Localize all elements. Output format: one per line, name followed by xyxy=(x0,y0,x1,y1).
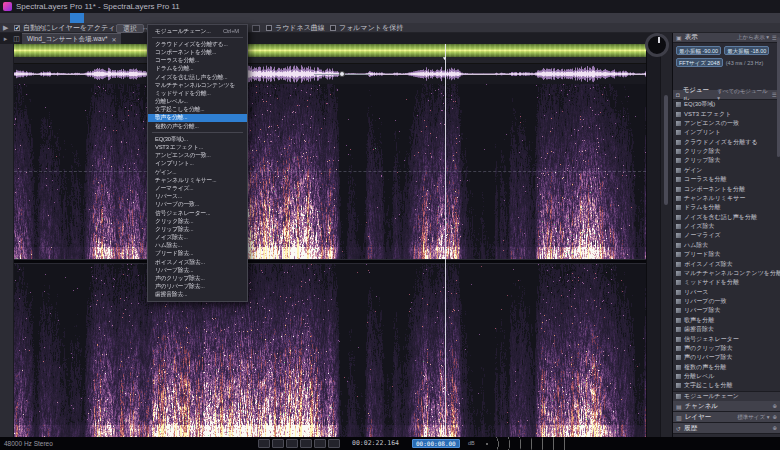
record-button[interactable] xyxy=(328,439,340,448)
module-menu-item[interactable]: アンビエンスの一致... xyxy=(148,152,247,160)
display-panel-header[interactable]: ▣ 表示 上から表示 ▾ ☰ xyxy=(673,33,780,43)
selection-time-field[interactable]: 00:00:08.00 xyxy=(412,439,460,448)
module-menu-item[interactable]: 声のクリップ除去... xyxy=(148,274,247,282)
module-menu-item[interactable]: 信号ジェネレーター... xyxy=(148,209,247,217)
amplify-tool-icon[interactable] xyxy=(1,182,13,194)
module-menu-item[interactable]: インプリント... xyxy=(148,160,247,168)
display-mode-dropdown[interactable]: 上から表示 ▾ xyxy=(737,34,769,41)
module-menu-item[interactable]: ハム除去... xyxy=(148,242,247,250)
play-button[interactable] xyxy=(314,439,326,448)
module-list-item[interactable]: クラウドノイズを分離する xyxy=(673,138,780,147)
select-mode-button[interactable]: 選択 xyxy=(116,24,144,33)
module-menu-item[interactable]: 文字起こしを分離... xyxy=(148,106,247,114)
module-menu-item[interactable]: リバース... xyxy=(148,193,247,201)
module-menu-item[interactable]: VST3 エフェクト... xyxy=(148,143,247,151)
module-menu-item[interactable]: 歌声を分離... xyxy=(148,114,247,122)
zoom-dial[interactable] xyxy=(645,33,669,57)
layer-size-dropdown[interactable]: 標準サイズ ▾ xyxy=(737,414,769,421)
title-bar[interactable]: SpectraLayers Pro 11* - SpectraLayers Pr… xyxy=(0,0,780,13)
channels-panel-header[interactable]: ▤ チャンネル ⊕ xyxy=(673,401,780,412)
module-list-item[interactable]: 歯擦音除去 xyxy=(673,325,780,334)
module-list-item[interactable]: マルチチャンネルコンテンツを分離 xyxy=(673,269,780,278)
module-list-item[interactable]: ゲイン xyxy=(673,166,780,175)
module-menu-item[interactable]: マルチチャンネルコンテンツを分離... xyxy=(148,81,247,89)
min-amplitude-field[interactable]: 最小振幅 -90.00 xyxy=(676,46,721,55)
menu-bar-item[interactable] xyxy=(0,13,14,23)
spectrogram-channel-2[interactable] xyxy=(14,264,646,437)
module-menu-item[interactable]: ノイズ除去... xyxy=(148,234,247,242)
module-list-item[interactable]: リバーブの一致 xyxy=(673,297,780,306)
module-list-item[interactable]: コーラスを分離 xyxy=(673,175,780,184)
module-list-item[interactable]: アンビエンスの一致 xyxy=(673,119,780,128)
move-tool-icon[interactable] xyxy=(1,207,13,219)
module-menu-item[interactable]: ノーマライズ... xyxy=(148,184,247,192)
frequency-selection-tool-icon[interactable] xyxy=(1,71,13,83)
module-list-item[interactable]: チャンネルリミキサー xyxy=(673,194,780,203)
fft-size-field[interactable]: FFTサイズ 2048 xyxy=(676,58,723,67)
module-menu-item[interactable]: 声のリバーブ除去... xyxy=(148,283,247,291)
module-menu-item[interactable]: 分離レベル... xyxy=(148,98,247,106)
module-menu-item[interactable]: 歯擦音除去... xyxy=(148,291,247,299)
tolerance-spinner[interactable] xyxy=(252,25,260,32)
module-menu-item[interactable]: ミッドサイドを分離... xyxy=(148,89,247,97)
menu-bar-item[interactable] xyxy=(28,13,42,23)
loudness-overview-strip[interactable] xyxy=(14,44,646,57)
eraser-tool-icon[interactable] xyxy=(1,158,13,170)
tab-close-icon[interactable]: ✕ xyxy=(111,36,116,43)
module-list-item[interactable]: 分離レベル xyxy=(673,372,780,381)
module-menu-item[interactable]: クリック除去... xyxy=(148,217,247,225)
module-menu-item[interactable]: チャンネルリミキサー... xyxy=(148,176,247,184)
rectangle-selection-tool-icon[interactable] xyxy=(1,83,13,95)
module-list-item[interactable]: EQ(30帯域) xyxy=(673,100,780,109)
clone-stamp-tool-icon[interactable] xyxy=(1,170,13,182)
modules-panel-header[interactable]: ◘ モジュール すべてのモジュール ▾ ☰ xyxy=(673,90,780,100)
playhead-marker-icon[interactable]: ▼ xyxy=(442,56,447,61)
document-tab[interactable]: Wind_コンサート会場.wav* ✕ xyxy=(22,33,121,44)
measure-tool-icon[interactable] xyxy=(1,244,13,256)
history-panel-header[interactable]: ↺ 履歴 ⊕ xyxy=(673,423,780,434)
magic-wand-tool-icon[interactable] xyxy=(1,133,13,145)
menu-bar-item[interactable] xyxy=(98,13,112,23)
module-list-item[interactable]: ミッドサイドを分離 xyxy=(673,278,780,287)
harmonics-selection-tool-icon[interactable] xyxy=(1,145,13,157)
module-list-item[interactable]: ノーマライズ xyxy=(673,231,780,240)
module-menu-item[interactable]: ノイズを含む話し声を分離... xyxy=(148,73,247,81)
module-menu-item[interactable]: ドラムを分離... xyxy=(148,65,247,73)
playhead-line[interactable] xyxy=(445,44,446,437)
module-list-item[interactable]: ブリード除去 xyxy=(673,250,780,259)
module-menu-item[interactable]: ゲイン... xyxy=(148,168,247,176)
loudness-curve-checkbox[interactable]: ラウドネス曲線 xyxy=(266,23,325,33)
frequency-ruler[interactable] xyxy=(646,44,660,437)
time-selection-tool-icon[interactable] xyxy=(1,58,13,70)
module-list-item[interactable]: VST3 エフェクト xyxy=(673,109,780,118)
module-list-item[interactable]: 文字起こしを分離 xyxy=(673,381,780,390)
panel-expand-icon[interactable]: ⊕ xyxy=(772,403,777,409)
menu-bar-item[interactable] xyxy=(84,13,98,23)
zoom-tool-icon[interactable] xyxy=(1,219,13,231)
panel-expand-icon[interactable]: ⊕ xyxy=(772,425,777,431)
module-menu-item[interactable]: EQ(30帯域)... xyxy=(148,135,247,143)
module-menu-item[interactable]: コーラスを分離... xyxy=(148,57,247,65)
module-menu-item[interactable]: クリップ除去... xyxy=(148,225,247,233)
module-list-item[interactable]: ノイズ除去 xyxy=(673,222,780,231)
go-to-end-button[interactable] xyxy=(272,439,284,448)
menu-bar-item[interactable] xyxy=(112,13,126,23)
module-chain-row[interactable]: モジュールチェーン xyxy=(673,391,780,401)
module-list-item[interactable]: 歌声を分離 xyxy=(673,316,780,325)
auto-activate-checkbox[interactable]: ✔自動的にレイヤーをアクティブ化 xyxy=(14,23,130,33)
module-list-item[interactable]: クリップ除去 xyxy=(673,156,780,165)
loop-button[interactable] xyxy=(286,439,298,448)
menu-bar-item[interactable] xyxy=(70,13,84,23)
module-menu-item[interactable]: コンポーネントを分離... xyxy=(148,48,247,56)
module-list-item[interactable]: ボイスノイズ除去 xyxy=(673,259,780,268)
panel-expand-icon[interactable]: ⊕ xyxy=(772,414,777,420)
menu-bar-item[interactable] xyxy=(42,13,56,23)
module-menu-item[interactable]: リバーブ除去... xyxy=(148,266,247,274)
layers-panel-header[interactable]: ▥ レイヤー 標準サイズ ▾ ⊕ xyxy=(673,412,780,423)
oval-selection-tool-icon[interactable] xyxy=(1,96,13,108)
module-list-item[interactable]: 声のリバーブ除去 xyxy=(673,353,780,362)
module-menu-item[interactable]: 複数の声を分離... xyxy=(148,122,247,130)
lasso-selection-tool-icon[interactable] xyxy=(1,108,13,120)
time-ruler[interactable] xyxy=(14,57,646,64)
hand-tool-icon[interactable] xyxy=(1,232,13,244)
